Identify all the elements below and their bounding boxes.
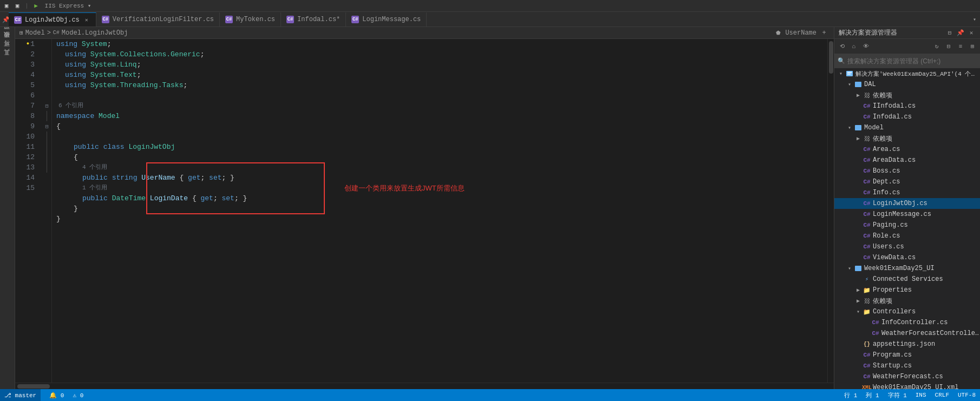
expand-ui-controllers[interactable]: ▾ — [854, 307, 863, 316]
bookmark-icon-1: ● — [27, 39, 29, 49]
editor-hscrollbar[interactable] — [15, 383, 834, 389]
solution-explorer-toolbar: ⟲ ⌂ 👁 ↻ ⊟ ≡ ⊞ — [834, 39, 980, 54]
sidebar-label-3[interactable]: 可将 — [3, 47, 11, 55]
header-close-icon[interactable]: ✕ — [967, 29, 976, 37]
tree-item-ui-weathercontroller[interactable]: ▶ C# WeatherForecastController.cs — [834, 328, 980, 339]
tree-item-ui-controllers[interactable]: ▾ 📁 Controllers — [834, 306, 980, 317]
tree-item-ui-connected[interactable]: ▶ ⚡ Connected Services — [834, 274, 980, 285]
expand-ui-ref[interactable]: ▶ — [854, 297, 863, 305]
tab-verificationLoginFilter[interactable]: C# VerificationLoginFilter.cs — [96, 12, 220, 27]
editor-panel: ⊞ Model > C# Model.LoginJwtObj ⬟ UserNam… — [15, 27, 834, 389]
nav-add-btn[interactable]: + — [819, 28, 829, 38]
icon-model-area: C# — [863, 145, 871, 154]
tree-item-ui-appsettings[interactable]: ▶ {} appsettings.json — [834, 339, 980, 350]
tab-infodal[interactable]: C# Infodal.cs* — [281, 12, 346, 27]
tree-item-ui[interactable]: ▾ Week01ExamDay25_UI — [834, 263, 980, 274]
fold-5 — [42, 80, 51, 90]
code-line-9: public class LoginJwtObj — [56, 142, 175, 152]
tree-label-model-role: Role.cs — [873, 232, 980, 240]
tab-close-1[interactable]: ✕ — [83, 16, 90, 24]
pin-icon[interactable]: 📌 — [0, 12, 9, 27]
search-icon: 🔍 — [838, 57, 845, 64]
tree-item-model-loginjwtobj[interactable]: ▶ C# LoginJwtObj.cs — [834, 198, 980, 209]
tree-item-model-loginmessage[interactable]: ▶ C# LoginMessage.cs — [834, 209, 980, 220]
sidebar-label-2[interactable]: 依赖项 — [3, 38, 11, 47]
tree-item-model-viewdata[interactable]: ▶ C# ViewData.cs — [834, 252, 980, 263]
tree-item-dal-ref[interactable]: ▶ ⛓ 依赖项 — [834, 90, 980, 101]
tree-item-dal-iinfodal[interactable]: ▶ C# IInfodal.cs — [834, 101, 980, 111]
search-input[interactable] — [847, 57, 977, 65]
toolbar-sync-btn[interactable]: ⟲ — [837, 41, 847, 52]
hscrollbar-thumb[interactable] — [17, 384, 50, 389]
tree-item-ui-program[interactable]: ▶ C# Program.cs — [834, 350, 980, 360]
tree-item-ui-xml[interactable]: ▶ XML Week01ExamDay25_UI.xml — [834, 382, 980, 389]
line-num-8: 8 — [15, 111, 38, 121]
toolbar-icon-2[interactable]: ▣ — [13, 2, 22, 10]
toolbar-debug-target[interactable]: IIS Express ▾ — [45, 2, 92, 9]
tree-item-ui-ref[interactable]: ▶ ⛓ 依赖项 — [834, 295, 980, 306]
tree-view[interactable]: ▾ 解决方案'Week01ExamDay25_API'(4 个项目,共 ▾ DA… — [834, 68, 980, 389]
tree-item-ui-weatherforecast[interactable]: ▶ C# WeatherForecast.cs — [834, 371, 980, 382]
tree-label-model-loginjwtobj: LoginJwtObj.cs — [873, 200, 980, 207]
header-collapse-icon[interactable]: ⊟ — [945, 29, 954, 37]
tab-label-3: MyToken.cs — [236, 16, 275, 23]
tree-item-model-areadata[interactable]: ▶ C# AreaData.cs — [834, 155, 980, 166]
tree-item-model-area[interactable]: ▶ C# Area.cs — [834, 144, 980, 155]
scrollbar-thumb[interactable] — [829, 41, 833, 74]
toolbar-preview-btn[interactable]: ⊞ — [967, 41, 978, 52]
tree-item-model-users[interactable]: ▶ C# Users.cs — [834, 241, 980, 252]
tree-item-model-info[interactable]: ▶ C# Info.cs — [834, 187, 980, 198]
line-num-11: 11 — [15, 142, 38, 152]
tab-loginJwtObj[interactable]: C# LoginJwtObj.cs ✕ — [9, 12, 96, 27]
tab-myToken[interactable]: C# MyToken.cs — [220, 12, 281, 27]
tree-item-model-role[interactable]: ▶ C# Role.cs — [834, 231, 980, 241]
line-num-6: 6 — [15, 90, 38, 101]
tree-item-model[interactable]: ▾ Model — [834, 122, 980, 133]
status-branch[interactable]: ⎇ master — [0, 389, 41, 401]
toolbar-collapse-btn[interactable]: ⊟ — [943, 41, 954, 52]
nav-member[interactable]: UserName — [785, 29, 816, 37]
code-line-5: using System.Threading.Tasks; — [56, 80, 827, 90]
code-area[interactable]: ● 1 2 3 4 5 6 7 8 9 10 11 12 — [15, 39, 834, 383]
fold-9[interactable]: ⊟ — [42, 121, 51, 132]
tree-item-ui-startup[interactable]: ▶ C# Startup.cs — [834, 360, 980, 371]
fold-1 — [42, 39, 51, 49]
svg-rect-1 — [847, 72, 852, 73]
nav-model[interactable]: Model — [25, 29, 45, 37]
expand-model-ref[interactable]: ▶ — [854, 134, 863, 143]
tree-label-model-info: Info.cs — [873, 189, 980, 196]
nav-bar: ⊞ Model > C# Model.LoginJwtObj ⬟ UserNam… — [15, 27, 834, 39]
expand-model[interactable]: ▾ — [845, 123, 854, 132]
editor-scrollbar[interactable] — [827, 39, 834, 383]
code-content[interactable]: using System; using System.Collections.G… — [52, 39, 827, 383]
expand-dal-ref[interactable]: ▶ — [854, 91, 863, 100]
tree-item-ui-infocontroller[interactable]: ▶ C# InfoController.cs — [834, 317, 980, 328]
toolbar-show-all-btn[interactable]: 👁 — [860, 41, 871, 52]
expand-solution[interactable]: ▾ — [837, 69, 845, 78]
expand-dal[interactable]: ▾ — [845, 80, 854, 89]
nav-class[interactable]: Model.LoginJwtObj — [62, 29, 128, 37]
expand-ui-properties[interactable]: ▶ — [854, 286, 863, 294]
sidebar-label-4[interactable]: 工具 — [3, 55, 11, 64]
tree-item-model-paging[interactable]: ▶ C# Paging.cs — [834, 220, 980, 231]
top-toolbar: ▣ ▣ | ▶ IIS Express ▾ — [0, 0, 980, 12]
toolbar-icon-1[interactable]: ▣ — [2, 2, 11, 10]
tree-item-solution[interactable]: ▾ 解决方案'Week01ExamDay25_API'(4 个项目,共 — [834, 68, 980, 79]
fold-7[interactable]: ⊟ — [42, 101, 51, 111]
fold-11-line — [47, 142, 51, 152]
tree-item-dal[interactable]: ▾ DAL — [834, 79, 980, 90]
tab-overflow-btn[interactable]: ▾ — [969, 12, 980, 27]
tab-loginMessage[interactable]: C# LoginMessage.cs — [346, 12, 427, 27]
toolbar-icon-3[interactable]: ▶ — [32, 2, 41, 10]
tree-item-ui-properties[interactable]: ▶ 📁 Properties — [834, 285, 980, 295]
expand-ui[interactable]: ▾ — [845, 264, 854, 273]
tree-item-dal-infodal[interactable]: ▶ C# Infodal.cs — [834, 111, 980, 122]
toolbar-refresh-btn[interactable]: ↻ — [931, 41, 942, 52]
tree-item-model-dept[interactable]: ▶ C# Dept.cs — [834, 176, 980, 187]
header-pin-icon[interactable]: 📌 — [956, 29, 965, 37]
tree-item-model-boss[interactable]: ▶ C# Boss.cs — [834, 166, 980, 176]
sidebar-label-1[interactable]: 可用 — [3, 29, 11, 38]
toolbar-properties-btn[interactable]: ≡ — [955, 41, 966, 52]
toolbar-home-btn[interactable]: ⌂ — [848, 41, 859, 52]
tree-item-model-ref[interactable]: ▶ ⛓ 依赖项 — [834, 133, 980, 144]
